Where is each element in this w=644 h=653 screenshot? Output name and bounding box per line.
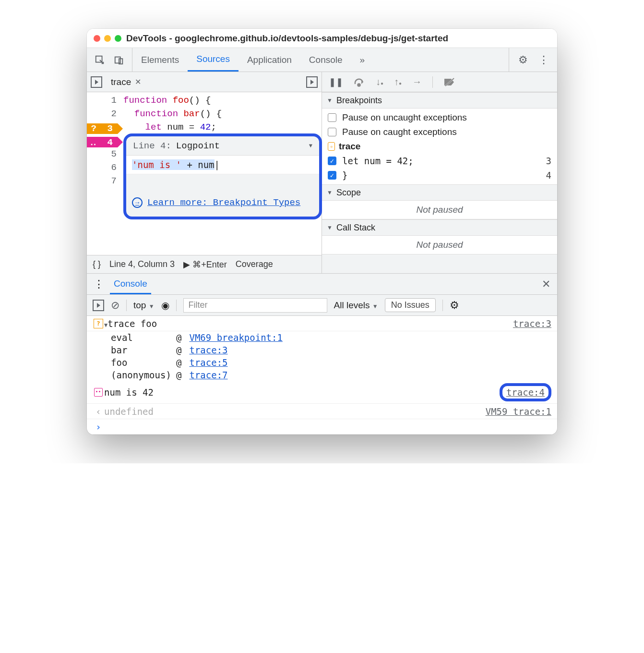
breakpoint-editor-popover: Line 4: Logpoint ▼ 'num is ' + num| → Le… <box>123 133 322 219</box>
svg-point-3 <box>358 84 360 86</box>
window-title: DevTools - googlechrome.github.io/devtoo… <box>126 33 448 44</box>
stack-frame[interactable]: foo@trace:5 <box>87 356 557 369</box>
stack-frame[interactable]: (anonymous)@trace:7 <box>87 369 557 381</box>
editor-tabbar: trace ✕ <box>87 72 322 92</box>
callstack-header[interactable]: ▼Call Stack <box>322 219 557 236</box>
drawer-tabbar: ⋮ Console ✕ <box>87 274 557 295</box>
code-editor[interactable]: 1 2 ? 3 ‥ 4 5 6 7 function foo() { funct… <box>87 92 322 255</box>
zoom-window-button[interactable] <box>115 35 121 42</box>
source-link[interactable]: VM59 trace:1 <box>486 406 551 417</box>
console-return-row: ‹ undefined VM59 trace:1 <box>87 404 557 419</box>
breakpoint-item[interactable]: ✓let num = 42;3 <box>322 154 557 168</box>
logpoint-expression-input[interactable]: 'num is ' + num| <box>126 156 319 174</box>
line-3[interactable]: ? 3 <box>87 122 123 135</box>
step-into-icon[interactable]: ↓● <box>376 76 383 87</box>
logpoint-marker[interactable]: ‥ 4 <box>87 137 118 147</box>
deactivate-breakpoints-icon[interactable] <box>443 77 456 87</box>
stack-frame[interactable]: bar@trace:3 <box>87 344 557 356</box>
dropdown-chevron-icon: ▼ <box>309 143 312 149</box>
console-settings-icon[interactable]: ⚙ <box>450 299 459 312</box>
run-snippet-hint: ▶ ⌘+Enter <box>183 259 227 270</box>
titlebar: DevTools - googlechrome.github.io/devtoo… <box>87 29 557 48</box>
stack-frame[interactable]: eval@VM69 breakpoint:1 <box>87 331 557 344</box>
drawer-tab-console[interactable]: Console <box>110 274 151 294</box>
more-menu-icon[interactable]: ⋮ <box>538 55 549 65</box>
debugger-toolbar: ❚❚ ↓● ↑● → <box>322 72 557 92</box>
tab-console[interactable]: Console <box>300 48 351 72</box>
learn-more-link[interactable]: → Learn more: Breakpoint Types <box>126 189 319 217</box>
breakpoint-file-chip: ◦ <box>328 142 335 151</box>
issues-button[interactable]: No Issues <box>385 298 436 312</box>
editor-statusbar: { } Line 4, Column 3 ▶ ⌘+Enter Coverage <box>87 255 322 273</box>
tab-sources[interactable]: Sources <box>188 48 239 72</box>
main-toolbar: Elements Sources Application Console » ⚙… <box>87 48 557 72</box>
external-link-icon: → <box>132 197 143 208</box>
conditional-breakpoint-marker[interactable]: ? 3 <box>87 123 118 134</box>
console-toolbar: ⊘ top ▼ ◉ Filter All levels ▼ No Issues … <box>87 295 557 316</box>
callstack-not-paused: Not paused <box>322 236 557 254</box>
log-levels-selector[interactable]: All levels ▼ <box>334 300 378 311</box>
panel-tabs: Elements Sources Application Console » <box>132 48 509 72</box>
inspect-element-icon[interactable] <box>95 55 105 65</box>
pause-caught-checkbox[interactable]: Pause on caught exceptions <box>322 125 557 139</box>
tabs-overflow[interactable]: » <box>351 48 374 72</box>
breakpoint-type-select[interactable]: Logpoint ▼ <box>176 141 312 151</box>
settings-icon[interactable]: ⚙ <box>518 55 528 65</box>
live-expression-icon[interactable]: ◉ <box>161 300 169 311</box>
console-filter-input[interactable]: Filter <box>183 298 327 313</box>
breakpoint-file-name: trace <box>339 141 360 152</box>
clear-console-icon[interactable]: ⊘ <box>111 299 119 312</box>
line-gutter[interactable]: 1 2 ? 3 ‥ 4 5 6 7 <box>87 92 123 255</box>
scope-header[interactable]: ▼Scope <box>322 184 557 201</box>
pause-button[interactable]: ❚❚ <box>329 77 343 87</box>
breakpoint-item[interactable]: ✓}4 <box>322 168 557 182</box>
close-window-button[interactable] <box>94 35 100 42</box>
minimize-window-button[interactable] <box>104 35 111 42</box>
file-tab-label: trace <box>111 77 131 87</box>
source-link[interactable]: trace:3 <box>513 318 551 329</box>
step-out-icon[interactable]: ↑● <box>394 76 402 87</box>
close-tab-icon[interactable]: ✕ <box>135 77 141 86</box>
line-2[interactable]: 2 <box>87 109 123 122</box>
drawer-menu-icon[interactable]: ⋮ <box>94 278 103 290</box>
navigator-toggle-icon[interactable] <box>91 76 102 88</box>
step-icon[interactable]: → <box>412 76 422 87</box>
console-logpoint-row[interactable]: num is 42 trace:4 <box>87 381 557 404</box>
svg-rect-1 <box>115 57 120 63</box>
line-7[interactable]: 7 <box>87 176 123 189</box>
console-trace-row[interactable]: ? ▼trace foo trace:3 <box>87 316 557 331</box>
line-1[interactable]: 1 <box>87 95 123 109</box>
logpoint-badge-icon <box>94 388 103 397</box>
highlighted-source-link[interactable]: trace:4 <box>500 383 551 401</box>
console-prompt[interactable]: › <box>87 419 557 435</box>
scope-not-paused: Not paused <box>322 201 557 219</box>
trace-badge-icon: ? <box>94 319 103 328</box>
more-editor-icon[interactable] <box>306 76 318 88</box>
coverage-button[interactable]: Coverage <box>236 259 273 269</box>
step-over-icon[interactable] <box>354 77 365 87</box>
pause-uncaught-checkbox[interactable]: Pause on uncaught exceptions <box>322 110 557 125</box>
tab-application[interactable]: Application <box>239 48 300 72</box>
pretty-print-button[interactable]: { } <box>93 259 101 269</box>
line-4[interactable]: ‥ 4 <box>87 135 123 149</box>
console-sidebar-toggle[interactable] <box>93 300 104 311</box>
device-toolbar-icon[interactable] <box>114 55 124 65</box>
line-6[interactable]: 6 <box>87 162 123 176</box>
cursor-position: Line 4, Column 3 <box>109 259 175 269</box>
tab-elements[interactable]: Elements <box>132 48 188 72</box>
line-5[interactable]: 5 <box>87 149 123 162</box>
breakpoints-header[interactable]: ▼Breakpoints <box>322 92 557 109</box>
popover-line-label: Line 4: <box>133 141 171 151</box>
file-tab-trace[interactable]: trace ✕ <box>108 75 144 89</box>
context-selector[interactable]: top ▼ <box>133 300 155 311</box>
close-drawer-icon[interactable]: ✕ <box>542 278 550 290</box>
console-output: ? ▼trace foo trace:3 eval@VM69 breakpoin… <box>87 316 557 435</box>
